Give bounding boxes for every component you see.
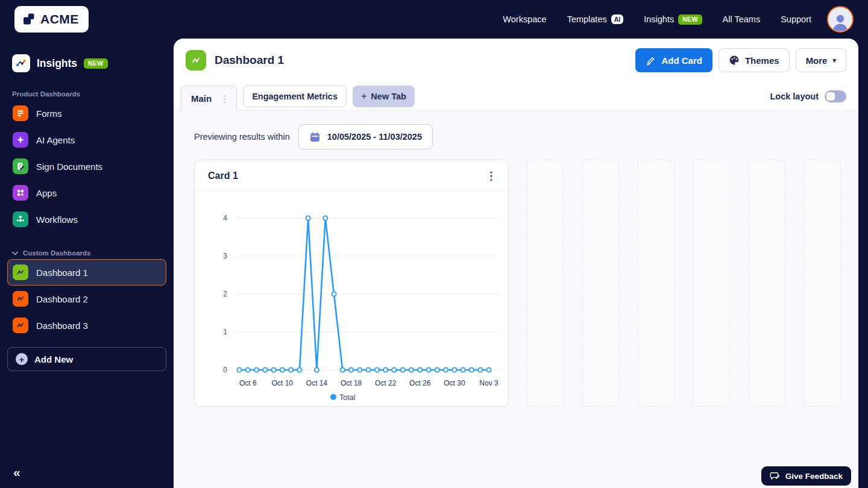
nav-support-label: Support [781, 14, 811, 24]
svg-text:Nov 3: Nov 3 [479, 379, 498, 387]
card-header: Card 1 ⋮ [195, 160, 508, 192]
header-actions: Add Card Themes More ▾ [635, 48, 846, 72]
chevron-down-icon [12, 251, 18, 255]
dashboard-3-icon [13, 318, 28, 333]
give-feedback-label: Give Feedback [785, 472, 843, 481]
sidebar-item-sign-documents-label: Sign Documents [36, 161, 102, 172]
cards-grid: Card 1 ⋮ 01234Oct 6Oct 10Oct 14Oct 18Oct… [194, 160, 850, 407]
sidebar: Insights NEW Product Dashboards Forms AI… [0, 39, 174, 488]
svg-text:Oct 18: Oct 18 [341, 379, 362, 387]
tab-main[interactable]: Main ⋮ [181, 86, 237, 111]
product-dashboards-section-label: Product Dashboards [12, 90, 162, 98]
svg-text:Total: Total [339, 393, 355, 402]
person-icon [830, 12, 851, 31]
sidebar-item-dashboard-3-label: Dashboard 3 [36, 321, 88, 331]
sidebar-item-workflows[interactable]: Workflows [7, 206, 166, 233]
sidebar-item-dashboard-2[interactable]: Dashboard 2 [7, 286, 166, 312]
panel-header: Dashboard 1 Add Card Themes More [174, 39, 858, 82]
date-range-value: 10/05/2025 - 11/03/2025 [327, 132, 422, 142]
tab-main-label: Main [191, 93, 212, 104]
add-new-button[interactable]: + Add New [7, 347, 166, 371]
tab-engagement-metrics[interactable]: Engagement Metrics [243, 86, 347, 107]
dashboard-content: Previewing results within 10/05/2025 - 1… [174, 111, 858, 488]
svg-text:Oct 6: Oct 6 [239, 379, 257, 387]
ai-agents-icon [13, 132, 28, 148]
palette-icon [729, 55, 740, 66]
preview-label: Previewing results within [194, 132, 290, 142]
tab-row: Main ⋮ Engagement Metrics + New Tab Lock… [174, 82, 858, 111]
sidebar-item-dashboard-1-label: Dashboard 1 [36, 267, 88, 278]
card-placeholder [693, 160, 730, 407]
nav-support[interactable]: Support [781, 14, 811, 24]
svg-text:Oct 22: Oct 22 [375, 379, 397, 387]
card-menu-icon[interactable]: ⋮ [483, 167, 500, 184]
pen-icon [646, 55, 656, 66]
calendar-icon [309, 131, 321, 143]
tab-menu-icon[interactable]: ⋮ [220, 93, 229, 104]
collapse-sidebar-icon[interactable]: « [13, 465, 20, 480]
sidebar-item-sign-documents[interactable]: Sign Documents [7, 153, 166, 180]
svg-text:Oct 10: Oct 10 [272, 379, 294, 387]
sidebar-item-ai-agents[interactable]: AI Agents [7, 127, 166, 153]
nav-insights-label: Insights [644, 14, 674, 24]
date-filter-row: Previewing results within 10/05/2025 - 1… [194, 124, 433, 149]
custom-dashboards-section[interactable]: Custom Dashboards [12, 249, 162, 257]
toggle-knob [826, 92, 835, 101]
card-placeholder [527, 160, 564, 407]
dashboard-2-icon [13, 291, 28, 307]
svg-text:4: 4 [223, 214, 227, 222]
workflows-icon [13, 211, 28, 227]
svg-text:Oct 30: Oct 30 [444, 379, 465, 387]
apps-icon [13, 185, 28, 201]
nav-workspace-label: Workspace [503, 14, 546, 24]
themes-button[interactable]: Themes [719, 48, 790, 72]
acme-logo-icon [22, 12, 36, 27]
sidebar-item-forms[interactable]: Forms [7, 100, 166, 127]
tab-engagement-metrics-label: Engagement Metrics [252, 92, 338, 101]
svg-text:3: 3 [223, 252, 227, 260]
top-header: ACME Workspace TemplatesAI InsightsNEW A… [0, 0, 868, 39]
plus-icon: + [361, 91, 366, 102]
card-placeholder [804, 160, 841, 407]
acme-logo[interactable]: ACME [14, 6, 89, 33]
svg-text:1: 1 [223, 328, 227, 336]
add-card-button[interactable]: Add Card [635, 48, 712, 72]
sidebar-item-ai-agents-label: AI Agents [36, 135, 75, 145]
dashboard-1-icon [13, 264, 28, 280]
card-placeholder [582, 160, 619, 407]
svg-text:Oct 14: Oct 14 [306, 379, 328, 387]
page-title: Dashboard 1 [215, 54, 284, 67]
date-range-picker[interactable]: 10/05/2025 - 11/03/2025 [298, 124, 433, 149]
svg-text:Oct 26: Oct 26 [409, 379, 431, 387]
nav-all-teams[interactable]: All Teams [723, 14, 761, 24]
card-title: Card 1 [208, 170, 238, 181]
new-tab-button[interactable]: + New Tab [353, 86, 415, 107]
add-new-label: Add New [34, 354, 73, 364]
sidebar-item-dashboard-1[interactable]: Dashboard 1 [7, 259, 166, 286]
more-button[interactable]: More ▾ [796, 48, 846, 72]
card-placeholder [638, 160, 675, 407]
nav-workspace[interactable]: Workspace [503, 14, 546, 24]
new-tab-label: New Tab [371, 92, 406, 101]
plus-icon: + [16, 353, 28, 365]
more-label: More [806, 55, 828, 66]
sidebar-item-dashboard-3[interactable]: Dashboard 3 [7, 312, 166, 339]
give-feedback-button[interactable]: Give Feedback [761, 466, 851, 486]
lock-layout-toggle[interactable] [825, 90, 846, 102]
sidebar-item-forms-label: Forms [36, 108, 62, 119]
sidebar-app-title: Insights [37, 57, 77, 70]
sidebar-item-apps-label: Apps [36, 188, 57, 198]
sidebar-item-apps[interactable]: Apps [7, 180, 166, 206]
card-1[interactable]: Card 1 ⋮ 01234Oct 6Oct 10Oct 14Oct 18Oct… [194, 160, 509, 407]
add-card-label: Add Card [661, 55, 702, 66]
nav-templates[interactable]: TemplatesAI [567, 14, 624, 24]
custom-dashboards-label: Custom Dashboards [23, 249, 90, 257]
ai-badge: AI [611, 14, 624, 24]
logo-text: ACME [40, 12, 79, 27]
avatar[interactable] [827, 6, 854, 33]
dashboard-title-icon [186, 50, 206, 70]
sidebar-app-row[interactable]: Insights NEW [12, 54, 162, 72]
nav-insights[interactable]: InsightsNEW [644, 14, 702, 25]
themes-label: Themes [745, 55, 779, 66]
nav-templates-label: Templates [567, 14, 607, 24]
